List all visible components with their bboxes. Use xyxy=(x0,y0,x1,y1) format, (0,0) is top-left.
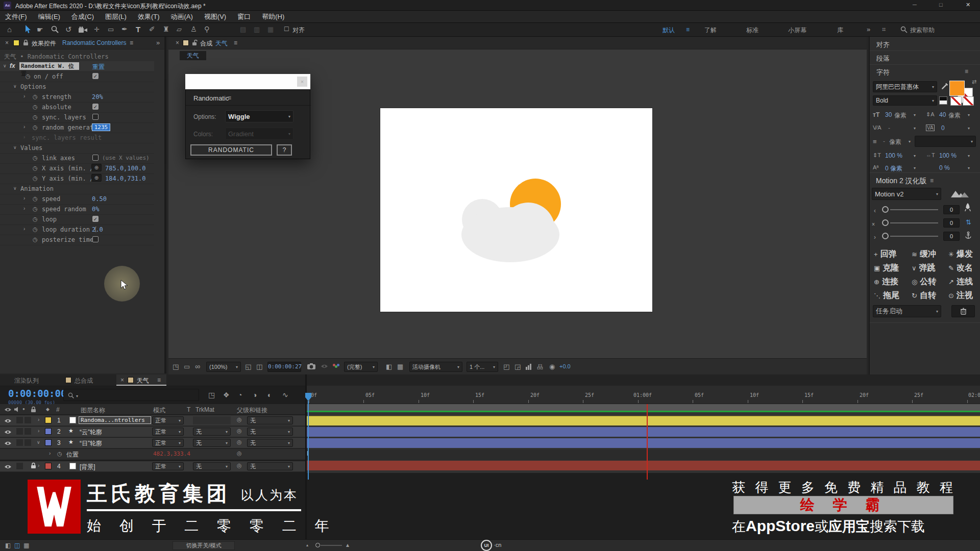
on-off-checkbox[interactable]: ✓ xyxy=(92,73,99,79)
chevron-down-icon[interactable]: ▾ xyxy=(914,166,916,170)
layer-bar-3[interactable] xyxy=(307,438,980,448)
font-family-dropdown[interactable]: 阿里巴巴普惠体 ▾ xyxy=(873,81,937,92)
roi-icon[interactable]: ◱ xyxy=(245,363,251,370)
group-row[interactable]: ∨ Options xyxy=(0,82,154,92)
stopwatch-icon[interactable]: ◷ xyxy=(33,175,38,182)
slider-knob[interactable] xyxy=(882,233,889,239)
trkmat-dropdown[interactable]: 无▾ xyxy=(193,462,231,470)
switch-well[interactable] xyxy=(24,417,31,423)
dialog-close-button[interactable]: × xyxy=(297,77,307,87)
panel-tab-label[interactable]: 合成 xyxy=(200,39,212,48)
motion-preset-dropdown[interactable]: Motion v2 ▾ xyxy=(872,188,941,200)
panel-menu-icon[interactable]: ≡ xyxy=(234,39,237,46)
switch-well[interactable] xyxy=(16,439,23,446)
bw-default-swatch[interactable] xyxy=(939,96,947,105)
layer-name[interactable]: “云”轮廓 xyxy=(80,428,102,437)
twirl-icon[interactable]: ∨ xyxy=(3,63,7,68)
chevron-down-icon[interactable]: ▾ xyxy=(914,154,916,158)
always-preview-icon[interactable]: ◳ xyxy=(173,363,179,370)
pickwhip-icon[interactable]: ◎ xyxy=(237,439,242,445)
pickwhip-icon[interactable]: ◎ xyxy=(237,428,242,434)
panel-tab-label[interactable]: 效果控件 xyxy=(32,39,56,48)
tab-render-queue[interactable]: 渲染队列 xyxy=(14,377,39,385)
resolution-dropdown[interactable]: (完整) ▾ xyxy=(344,362,378,372)
property-value[interactable]: 0% xyxy=(92,206,99,213)
property-value[interactable]: 2.0 xyxy=(92,226,103,233)
mini-flowchart-icon[interactable]: 品 xyxy=(537,363,543,371)
timeline-zoom-knob[interactable] xyxy=(315,543,320,547)
motion-button-jump[interactable]: ∨弹跳 xyxy=(912,263,936,273)
composition-mini-flow-icon[interactable]: ◳ xyxy=(208,391,215,399)
tab-total-comp[interactable]: 总合成 xyxy=(75,377,93,385)
property-value[interactable]: 20% xyxy=(92,93,103,101)
no-fill-box[interactable] xyxy=(950,96,962,106)
rotate-tool-icon[interactable]: ↺ xyxy=(65,25,72,34)
motion-button-trail[interactable]: ⋱拖尾 xyxy=(874,290,899,301)
no-stroke-box[interactable] xyxy=(963,96,974,106)
twirl-closed-icon[interactable]: › xyxy=(38,417,39,422)
layer-color-swatch[interactable] xyxy=(45,417,52,423)
menu-effect[interactable]: 效果(T) xyxy=(138,12,160,21)
switch-well[interactable] xyxy=(16,428,23,435)
twirl-closed-icon[interactable]: › xyxy=(23,206,25,211)
horizontal-scale-value[interactable]: 100 % xyxy=(939,152,957,159)
slider-track[interactable] xyxy=(890,222,938,223)
chevron-down-icon[interactable]: ▾ xyxy=(968,126,970,131)
toggle-switches-button[interactable]: 切换开关/模式 xyxy=(173,541,235,550)
fast-preview-icon[interactable]: ◧ xyxy=(386,363,392,370)
layer-bar-4[interactable] xyxy=(307,461,980,470)
timeline-zoom-track[interactable] xyxy=(321,545,342,546)
parent-dropdown[interactable]: 无▾ xyxy=(247,428,293,436)
twirl-closed-icon[interactable]: › xyxy=(38,463,39,468)
layer-color-swatch[interactable] xyxy=(45,463,52,469)
mode-dropdown[interactable]: 正常▾ xyxy=(152,462,184,470)
layer-bar-1[interactable] xyxy=(307,416,980,425)
snapshot-camera-icon[interactable] xyxy=(307,363,315,369)
motion-button-bounce[interactable]: +回弹 xyxy=(874,249,897,260)
switch-well[interactable] xyxy=(24,428,31,435)
workspace-libraries[interactable]: 库 xyxy=(837,26,843,35)
exposure-icon[interactable]: ◉ xyxy=(549,363,555,370)
layer-name[interactable]: “日”轮廓 xyxy=(80,439,102,448)
switch-well[interactable] xyxy=(16,463,23,469)
chevron-down-icon[interactable]: ▾ xyxy=(909,139,911,144)
workspace-default[interactable]: 默认 xyxy=(663,26,675,35)
brush-tool-icon[interactable]: ✐ xyxy=(149,25,155,33)
workspace-more-icon[interactable]: » xyxy=(867,26,870,33)
stopwatch-icon[interactable]: ◷ xyxy=(33,195,38,202)
motion-button-orbit[interactable]: ◎公转 xyxy=(912,277,936,287)
work-area-bar[interactable] xyxy=(307,404,980,411)
stopwatch-icon[interactable]: ◷ xyxy=(33,155,38,161)
motion-blur-master-icon[interactable]: ◫ xyxy=(14,542,20,549)
monitor-icon[interactable]: ▭ xyxy=(184,363,190,370)
tracking-value[interactable]: 0 xyxy=(941,124,945,132)
panel-menu-icon[interactable]: ≡ xyxy=(157,377,161,384)
motion-button-ease[interactable]: ≋缓冲 xyxy=(912,249,936,260)
menu-animation[interactable]: 动画(A) xyxy=(171,12,193,21)
time-ruler[interactable]: 0f 05f 10f 15f 20f 25f 01:00f 05f 10f 15… xyxy=(307,386,980,404)
pan-behind-tool-icon[interactable]: ✛ xyxy=(94,26,100,33)
dialog-menu-icon[interactable]: ≡ xyxy=(228,94,231,102)
layer-row-1[interactable]: › 1 Randoma...ntrollers 正常▾ ◎ 无▾ xyxy=(0,415,305,426)
menu-layer[interactable]: 图层(L) xyxy=(105,12,127,21)
graph-editor-icon[interactable]: ∿ xyxy=(282,391,288,399)
help-button[interactable]: ? xyxy=(277,144,292,156)
mask-visibility-icon[interactable]: ∞ xyxy=(195,362,200,370)
stopwatch-icon[interactable]: ◷ xyxy=(33,124,38,131)
menu-composition[interactable]: 合成(C) xyxy=(71,12,94,21)
chevron-down-icon[interactable]: ▾ xyxy=(914,126,916,131)
font-style-dropdown[interactable]: Bold ▾ xyxy=(873,95,937,106)
motion-button-spin[interactable]: ↻自转 xyxy=(912,290,936,301)
maximize-button[interactable]: □ xyxy=(939,2,943,8)
swap-fill-stroke-icon[interactable]: ⇄ xyxy=(972,79,976,85)
absolute-checkbox[interactable]: ✓ xyxy=(92,104,99,110)
stretch-icon[interactable]: ⇅ xyxy=(966,218,971,226)
slider-value-field[interactable]: 0 xyxy=(943,205,960,214)
dialog-title-bar[interactable]: × xyxy=(185,74,310,89)
pixel-aspect-icon[interactable]: ◲ xyxy=(514,363,521,370)
camera-dropdown[interactable]: 活动摄像机 ▾ xyxy=(409,362,462,372)
hand-tool-icon[interactable]: ☛ xyxy=(37,26,43,34)
zoom-in-mountain-icon[interactable]: ▴ xyxy=(346,541,349,548)
panel-menu-icon[interactable]: ≡ xyxy=(130,39,133,46)
workspace-menu-icon[interactable]: ≡ xyxy=(686,26,690,33)
